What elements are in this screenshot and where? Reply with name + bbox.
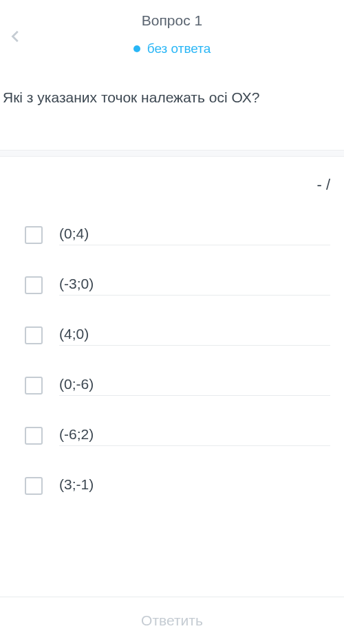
option-item[interactable]: (-3;0) [25,260,330,311]
option-label: (3;-1) [59,476,94,492]
checkbox-icon[interactable] [25,477,43,495]
checkbox-icon[interactable] [25,226,43,244]
status-dot-icon [133,45,140,52]
option-item[interactable]: (4;0) [25,311,330,361]
option-label: (-6;2) [59,426,94,442]
divider [0,150,344,157]
option-label: (0;-6) [59,376,94,392]
checkbox-icon[interactable] [25,276,43,294]
checkbox-icon[interactable] [25,427,43,445]
checkbox-icon[interactable] [25,377,43,395]
options-list: (0;4) (-3;0) (4;0) (0;-6) (-6;2) (3;-1) [0,210,344,511]
footer: Ответить [0,597,344,644]
option-label: (-3;0) [59,276,94,291]
header: Вопрос 1 без ответа [0,0,344,70]
back-button[interactable] [8,26,23,49]
option-item[interactable]: (3;-1) [25,461,330,511]
question-title: Вопрос 1 [142,12,202,29]
checkbox-icon[interactable] [25,326,43,344]
option-label: (4;0) [59,326,89,342]
question-text: Які з указаних точок належать осі ОХ? [0,70,344,150]
option-item[interactable]: (0;-6) [25,361,330,411]
status-text: без ответа [147,41,211,56]
option-item[interactable]: (-6;2) [25,411,330,461]
score-display: - / [0,157,344,210]
option-label: (0;4) [59,225,89,241]
submit-button[interactable]: Ответить [0,597,344,644]
status-badge: без ответа [133,41,211,56]
chevron-left-icon [8,26,23,47]
option-item[interactable]: (0;4) [25,210,330,260]
